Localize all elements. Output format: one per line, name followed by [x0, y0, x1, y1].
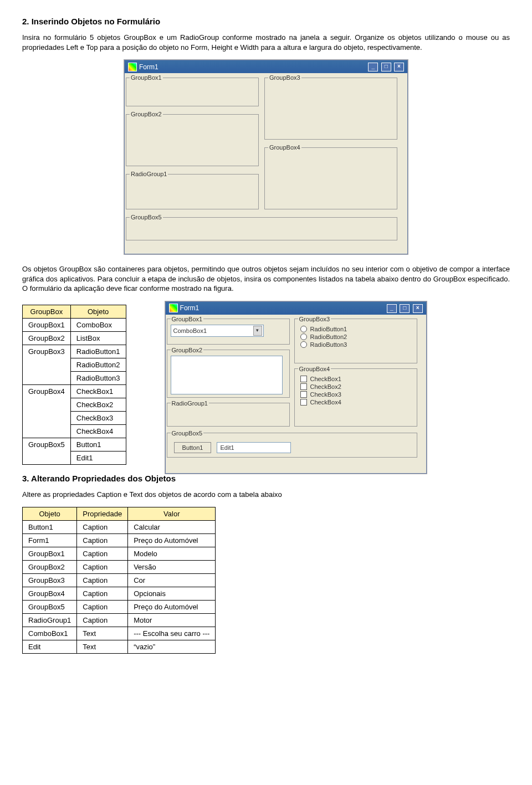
groupbox5-legend: GroupBox5	[130, 214, 163, 220]
radiobutton1[interactable]: RadioButton1	[300, 326, 411, 332]
checkbox1[interactable]: CheckBox1	[300, 376, 411, 382]
chevron-down-icon[interactable]: ▾	[253, 326, 262, 336]
table-cell: CheckBox2	[70, 398, 126, 411]
maximize-button[interactable]: □	[400, 304, 410, 313]
button1[interactable]: Button1	[174, 442, 212, 453]
radiogroup1: RadioGroup1	[167, 400, 290, 427]
table-cell: CheckBox3	[70, 411, 126, 424]
titlebar[interactable]: Form1 _ □ ×	[166, 302, 426, 315]
check-label: CheckBox2	[310, 383, 341, 390]
close-button[interactable]: ×	[394, 63, 404, 71]
table-cell: GroupBox5	[23, 438, 71, 464]
table-cell: Calcular	[128, 521, 216, 534]
listbox[interactable]	[171, 356, 283, 394]
groupbox3: GroupBox3 RadioButton1 RadioButton2 Radi…	[294, 316, 417, 363]
maximize-button[interactable]: □	[381, 63, 391, 71]
groupbox3-legend: GroupBox3	[298, 316, 331, 322]
minimize-button[interactable]: _	[387, 304, 397, 313]
th-objeto: Objeto	[70, 305, 126, 318]
table-cell: GroupBox5	[23, 601, 77, 614]
groupbox1-legend: GroupBox1	[171, 316, 204, 322]
table-cell: GroupBox4	[23, 384, 71, 438]
table-cell: Versão	[128, 561, 216, 574]
groupbox3-legend: GroupBox3	[268, 74, 301, 81]
table-cell: RadioButton1	[70, 345, 126, 358]
radiogroup1: RadioGroup1	[126, 171, 259, 209]
groupbox4-legend: GroupBox4	[268, 144, 301, 151]
table-cell: Caption	[77, 574, 128, 587]
table-cell: ListBox	[70, 331, 126, 345]
table-cell: Caption	[77, 561, 128, 574]
table-cell: Opcionais	[128, 587, 216, 601]
window-title: Form1	[139, 63, 158, 71]
table-cell: --- Escolha seu carro ---	[128, 627, 216, 640]
combobox-value: ComboBox1	[173, 327, 207, 334]
check-label: CheckBox1	[310, 376, 341, 382]
radio-icon	[300, 326, 307, 332]
radio-label: RadioButton3	[310, 341, 347, 348]
table-cell: GroupBox3	[23, 345, 71, 384]
radiobutton3[interactable]: RadioButton3	[300, 341, 411, 348]
table-cell: GroupBox4	[23, 587, 77, 601]
radio-icon	[300, 341, 307, 348]
table-cell: RadioButton3	[70, 371, 126, 384]
checkbox3[interactable]: CheckBox3	[300, 391, 411, 398]
paragraph: Altere as propriedades Caption e Text do…	[22, 490, 510, 500]
paragraph: Os objetos GroupBox são containeres para…	[22, 264, 510, 294]
th-objeto: Objeto	[23, 507, 77, 521]
table-cell: Edit1	[70, 451, 126, 464]
checkbox-icon	[300, 383, 307, 390]
checkbox4[interactable]: CheckBox4	[300, 399, 411, 406]
radiobutton2[interactable]: RadioButton2	[300, 334, 411, 340]
table-cell: Caption	[77, 547, 128, 561]
edit1[interactable]: Edit1	[217, 442, 291, 453]
table-cell: Button1	[70, 438, 126, 451]
combobox[interactable]: ComboBox1 ▾	[171, 325, 264, 337]
minimize-button[interactable]: _	[368, 63, 378, 71]
app-icon	[169, 304, 178, 312]
groupbox2-legend: GroupBox2	[171, 347, 204, 353]
radiogroup1-legend: RadioGroup1	[130, 171, 168, 177]
th-groupbox: GroupBox	[23, 305, 71, 318]
table-cell: CheckBox1	[70, 384, 126, 398]
form1-window: Form1 _ □ × GroupBox1 GroupBox2 GroupBox…	[124, 60, 408, 254]
table-cell: Text	[77, 640, 128, 654]
groupbox3: GroupBox3	[264, 74, 397, 140]
groupbox1-legend: GroupBox1	[130, 74, 163, 81]
table-cell: Edit	[23, 640, 77, 654]
th-propriedade: Propriedade	[77, 507, 128, 521]
check-label: CheckBox4	[310, 399, 341, 406]
properties-table: Objeto Propriedade Valor Button1CaptionC…	[22, 507, 216, 654]
groupbox5: GroupBox5	[126, 214, 397, 240]
radiogroup1-legend: RadioGroup1	[171, 400, 209, 407]
checkbox2[interactable]: CheckBox2	[300, 383, 411, 390]
table-cell: Form1	[23, 534, 77, 547]
groupbox5-legend: GroupBox5	[171, 430, 204, 437]
titlebar[interactable]: Form1 _ □ ×	[125, 60, 407, 73]
groupbox1: GroupBox1	[126, 74, 259, 106]
groupbox4-legend: GroupBox4	[298, 366, 331, 372]
close-button[interactable]: ×	[413, 304, 423, 313]
check-label: CheckBox3	[310, 391, 341, 398]
table-cell: Preço do Automóvel	[128, 534, 216, 547]
table-cell: ComboBox1	[23, 627, 77, 640]
table-cell: Button1	[23, 521, 77, 534]
groupbox4: GroupBox4	[264, 144, 397, 209]
groupbox1: GroupBox1 ComboBox1 ▾	[167, 316, 290, 345]
objects-table: GroupBox Objeto GroupBox1ComboBoxGroupBo…	[22, 305, 126, 465]
table-cell: Caption	[77, 601, 128, 614]
table-cell: RadioGroup1	[23, 614, 77, 627]
checkbox-icon	[300, 376, 307, 382]
checkbox-icon	[300, 399, 307, 406]
table-cell: Cor	[128, 574, 216, 587]
table-cell: Text	[77, 627, 128, 640]
table-cell: Caption	[77, 614, 128, 627]
table-cell: GroupBox3	[23, 574, 77, 587]
th-valor: Valor	[128, 507, 216, 521]
section-heading: 2. Inserindo Objetos no Formulário	[22, 17, 510, 26]
window-title: Form1	[180, 304, 200, 312]
table-cell: GroupBox1	[23, 318, 71, 331]
paragraph: Insira no formulário 5 objetos GroupBox …	[22, 33, 510, 52]
radio-label: RadioButton2	[310, 334, 347, 340]
table-cell: Caption	[77, 587, 128, 601]
